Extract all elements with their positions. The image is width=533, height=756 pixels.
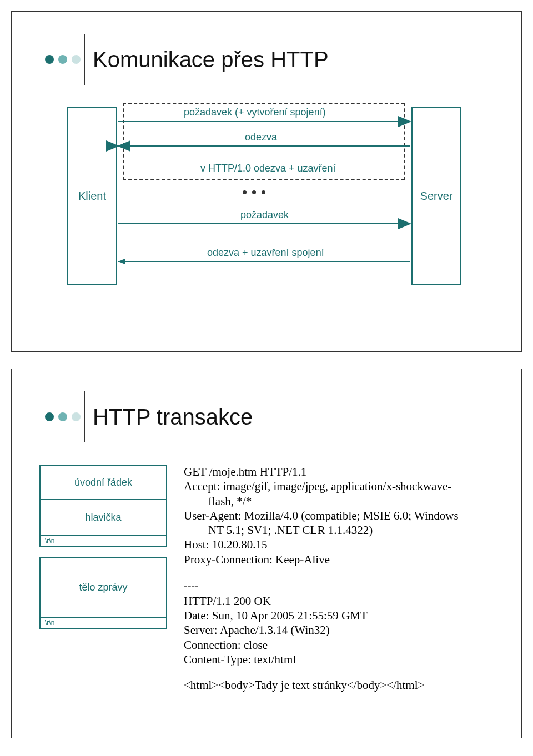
title-rule-icon — [84, 391, 85, 442]
label-response: odezva — [245, 132, 277, 143]
response-date: Date: Sun, 10 Apr 2005 21:55:59 GMT — [184, 608, 499, 623]
response-body: <html><body>Tady je text stránky</body><… — [184, 678, 499, 692]
client-box: Klient — [67, 107, 117, 285]
label-request2: požadavek — [240, 209, 289, 221]
client-label: Klient — [78, 190, 106, 203]
server-box: Server — [411, 107, 461, 285]
request-proxy: Proxy-Connection: Keep-Alive — [184, 552, 499, 567]
request-line: GET /moje.htm HTTP/1.1 — [184, 465, 499, 479]
ellipsis-icon — [243, 190, 265, 194]
bullet-icon — [45, 412, 54, 421]
label-request-create: požadavek (+ vytvoření spojení) — [184, 107, 326, 118]
response-conn: Connection: close — [184, 638, 499, 652]
struct-header: hlavička — [39, 500, 167, 536]
request-accept-cont: flash, */* — [184, 494, 499, 508]
bullet-icon — [45, 55, 54, 64]
http-sequence-diagram: Klient Server — [67, 107, 489, 318]
response-status: HTTP/1.1 200 OK — [184, 594, 499, 608]
http-request-block: GET /moje.htm HTTP/1.1 Accept: image/gif… — [184, 465, 499, 567]
request-host: Host: 10.20.80.15 — [184, 537, 499, 552]
svg-marker-7 — [118, 259, 125, 264]
http-example-text: GET /moje.htm HTTP/1.1 Accept: image/gif… — [184, 465, 499, 704]
slide-title: HTTP transakce — [93, 405, 253, 430]
bullet-icon — [72, 55, 81, 64]
response-blank — [184, 667, 499, 678]
bullet-icon — [58, 412, 67, 421]
slide-http-transaction: HTTP transakce úvodní řádek hlavička \r\… — [11, 369, 522, 738]
http-response-block: HTTP/1.1 200 OK Date: Sun, 10 Apr 2005 2… — [184, 594, 499, 693]
request-accept: Accept: image/gif, image/jpeg, applicati… — [184, 479, 499, 493]
separator-line: ---- — [184, 579, 499, 593]
title-bullets — [45, 55, 81, 64]
request-user-agent-cont: NT 5.1; SV1; .NET CLR 1.1.4322) — [184, 523, 499, 537]
label-http10-close: v HTTP/1.0 odezva + uzavření — [200, 163, 336, 174]
struct-crlf: \r\n — [39, 618, 167, 629]
server-label: Server — [420, 190, 453, 203]
slide-http-communication: Komunikace přes HTTP Klient Server — [11, 11, 522, 352]
bullet-icon — [72, 412, 81, 421]
title-bullets — [45, 412, 81, 421]
slide-title: Komunikace přes HTTP — [93, 47, 329, 72]
message-structure-box: úvodní řádek hlavička \r\n tělo zprávy \… — [39, 465, 167, 629]
struct-first-line: úvodní řádek — [39, 465, 167, 500]
struct-crlf: \r\n — [39, 536, 167, 547]
label-close: odezva + uzavření spojení — [207, 247, 324, 259]
title-rule-icon — [84, 34, 85, 85]
request-user-agent: User-Agent: Mozilla/4.0 (compatible; MSI… — [184, 508, 499, 523]
title-row: Komunikace přes HTTP — [45, 34, 499, 85]
response-ctype: Content-Type: text/html — [184, 652, 499, 667]
struct-body: tělo zprávy — [39, 557, 167, 618]
bullet-icon — [58, 55, 67, 64]
response-server: Server: Apache/1.3.14 (Win32) — [184, 623, 499, 637]
title-row: HTTP transakce — [45, 391, 499, 442]
